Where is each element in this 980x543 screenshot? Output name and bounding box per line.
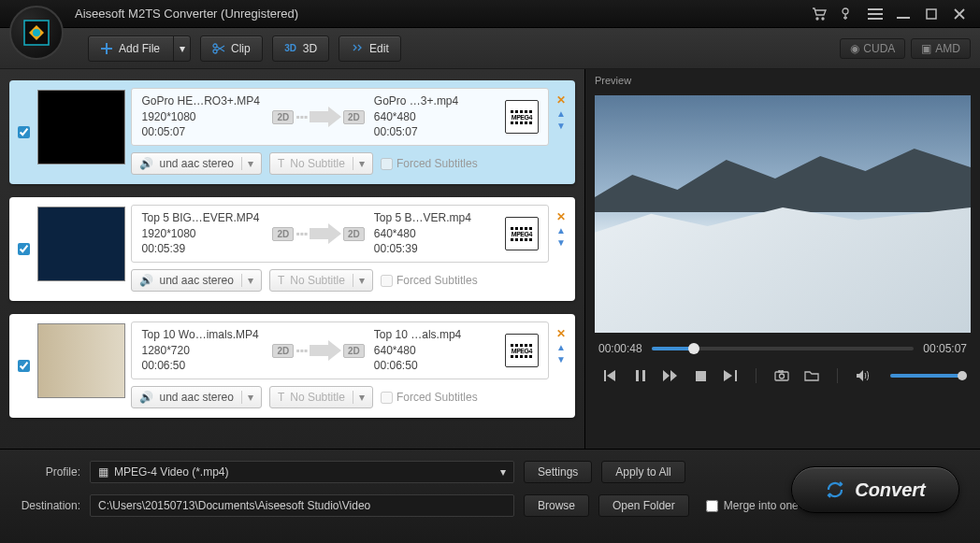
remove-file-button[interactable]: ✕ — [556, 210, 566, 223]
file-checkbox[interactable] — [18, 243, 30, 255]
3d-button[interactable]: 3D 3D — [272, 36, 329, 62]
profile-label: Profile: — [15, 465, 80, 479]
preview-screen[interactable] — [595, 95, 971, 333]
svg-rect-14 — [604, 370, 606, 381]
file-checkbox[interactable] — [18, 360, 30, 372]
key-icon[interactable] — [836, 6, 858, 22]
file-thumbnail[interactable] — [37, 323, 126, 398]
fast-forward-button[interactable] — [662, 368, 679, 383]
cart-icon[interactable] — [808, 6, 830, 22]
move-down-button[interactable]: ▼ — [556, 237, 566, 248]
settings-button[interactable]: Settings — [524, 461, 592, 483]
audio-dropdown[interactable]: 🔊 und aac stereo ▾ — [131, 152, 261, 175]
footer: Profile: ▦MPEG-4 Video (*.mp4) ▾ Setting… — [0, 449, 980, 543]
browse-button[interactable]: Browse — [524, 494, 589, 517]
conversion-arrow: 2D ▪▪▪ 2D — [272, 223, 364, 244]
chevron-down-icon: ▾ — [500, 465, 506, 479]
current-time: 00:00:48 — [598, 342, 642, 355]
prev-button[interactable] — [602, 368, 619, 383]
svg-point-12 — [213, 44, 217, 48]
folder-button[interactable] — [803, 368, 820, 383]
clip-label: Clip — [231, 42, 251, 55]
seek-slider[interactable] — [652, 347, 915, 350]
move-up-button[interactable]: ▲ — [556, 342, 566, 352]
file-card[interactable]: Top 5 BIG…EVER.MP4 1920*1080 00:05:39 2D… — [9, 197, 575, 301]
chevron-down-icon: ▾ — [241, 391, 253, 404]
chevron-down-icon: ▾ — [353, 157, 365, 170]
volume-slider[interactable] — [890, 374, 963, 378]
preview-panel: Preview 00:00:48 00:05:07 — [584, 69, 980, 449]
forced-subtitles-checkbox[interactable]: Forced Subtitles — [381, 157, 478, 170]
close-button[interactable] — [948, 6, 971, 22]
output-resolution: 640*480 — [374, 343, 496, 359]
output-duration: 00:06:50 — [374, 358, 496, 374]
nvidia-icon: ◉ — [850, 42, 859, 55]
forced-subtitles-checkbox[interactable]: Forced Subtitles — [381, 274, 478, 287]
move-down-button[interactable]: ▼ — [556, 354, 566, 364]
chevron-down-icon: ▾ — [353, 274, 365, 287]
open-folder-button[interactable]: Open Folder — [598, 494, 689, 517]
output-filename: Top 10 …als.mp4 — [374, 327, 496, 343]
file-card[interactable]: GoPro HE…RO3+.MP4 1920*1080 00:05:07 2D … — [9, 80, 575, 184]
svg-point-4 — [843, 8, 848, 14]
remove-file-button[interactable]: ✕ — [556, 93, 566, 107]
svg-point-1 — [33, 29, 40, 36]
move-down-button[interactable]: ▼ — [556, 121, 566, 131]
move-up-button[interactable]: ▲ — [556, 225, 566, 236]
speaker-icon: 🔊 — [139, 274, 153, 287]
format-icon[interactable]: MPEG4 — [505, 217, 539, 250]
file-card[interactable]: Top 10 Wo…imals.MP4 1280*720 00:06:50 2D… — [9, 314, 575, 418]
apply-to-all-button[interactable]: Apply to All — [601, 461, 685, 483]
input-duration: 00:05:07 — [141, 124, 263, 140]
input-resolution: 1280*720 — [141, 343, 263, 359]
audio-dropdown[interactable]: 🔊 und aac stereo ▾ — [131, 269, 261, 292]
input-filename: Top 10 Wo…imals.MP4 — [141, 327, 263, 343]
stop-button[interactable] — [692, 368, 709, 383]
volume-icon[interactable] — [855, 368, 872, 383]
audio-dropdown[interactable]: 🔊 und aac stereo ▾ — [131, 386, 261, 408]
chevron-down-icon: ▾ — [241, 274, 253, 287]
svg-rect-16 — [642, 370, 645, 381]
cuda-button[interactable]: ◉ CUDA — [840, 38, 905, 59]
scissors-icon — [212, 42, 225, 55]
preview-label: Preview — [585, 69, 980, 92]
svg-rect-6 — [868, 13, 883, 15]
next-button[interactable] — [722, 368, 739, 383]
speaker-icon: 🔊 — [139, 391, 153, 404]
file-thumbnail[interactable] — [37, 207, 126, 281]
file-thumbnail[interactable] — [37, 90, 126, 164]
profile-dropdown[interactable]: ▦MPEG-4 Video (*.mp4) ▾ — [90, 461, 514, 483]
destination-input[interactable]: C:\Users\20150713\Documents\Aiseesoft St… — [90, 494, 514, 517]
svg-rect-17 — [696, 371, 706, 381]
subtitle-dropdown[interactable]: T No Subtitle ▾ — [269, 152, 373, 175]
edit-button[interactable]: Edit — [339, 36, 401, 62]
app-logo — [9, 6, 64, 60]
input-duration: 00:06:50 — [141, 358, 263, 374]
clip-button[interactable]: Clip — [200, 36, 263, 62]
app-title: Aiseesoft M2TS Converter (Unregistered) — [75, 7, 298, 21]
convert-button[interactable]: Convert — [791, 466, 959, 513]
forced-subtitles-checkbox[interactable]: Forced Subtitles — [381, 391, 478, 404]
edit-label: Edit — [369, 42, 389, 55]
move-up-button[interactable]: ▲ — [556, 108, 566, 119]
svg-rect-5 — [868, 8, 883, 10]
amd-icon: ▣ — [921, 42, 931, 55]
svg-rect-8 — [897, 17, 910, 19]
minimize-button[interactable] — [892, 6, 915, 22]
pause-button[interactable] — [632, 368, 649, 383]
subtitle-dropdown[interactable]: T No Subtitle ▾ — [269, 386, 373, 408]
amd-button[interactable]: ▣ AMD — [911, 38, 971, 59]
snapshot-button[interactable] — [773, 368, 790, 383]
subtitle-dropdown[interactable]: T No Subtitle ▾ — [269, 269, 373, 292]
file-checkbox[interactable] — [18, 126, 30, 138]
edit-icon — [351, 42, 364, 55]
format-icon[interactable]: MPEG4 — [505, 100, 539, 134]
convert-label: Convert — [855, 479, 926, 501]
add-file-button[interactable]: Add File ▾ — [88, 36, 191, 62]
remove-file-button[interactable]: ✕ — [556, 327, 566, 340]
menu-icon[interactable] — [864, 6, 886, 22]
maximize-button[interactable] — [920, 6, 943, 22]
format-icon[interactable]: MPEG4 — [505, 334, 539, 367]
chevron-down-icon[interactable]: ▾ — [173, 36, 190, 61]
input-resolution: 1920*1080 — [141, 109, 263, 125]
